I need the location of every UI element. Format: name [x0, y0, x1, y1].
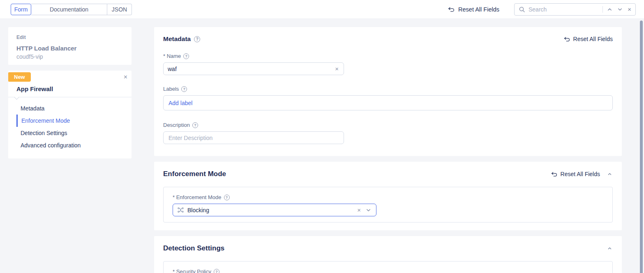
help-icon[interactable]: ?: [183, 53, 189, 59]
panel-close-button[interactable]: ×: [123, 73, 128, 81]
help-icon[interactable]: ?: [224, 195, 230, 200]
app-window: Form Documentation JSON Reset All Fields: [0, 0, 644, 273]
enforcement-section-header: Enforcement Mode Reset All Fields: [163, 170, 613, 178]
select-clear-button[interactable]: ×: [356, 207, 362, 213]
search-next-button[interactable]: [616, 6, 623, 13]
shuffle-icon: [177, 206, 184, 213]
new-badge: New: [8, 72, 31, 82]
metadata-reset-fields-button[interactable]: Reset All Fields: [563, 36, 613, 42]
enforcement-reset-fields-button[interactable]: Reset All Fields: [551, 171, 600, 177]
view-tabs: Form Documentation JSON: [11, 4, 132, 15]
metadata-section: Metadata ? Reset All Fields * Name ?: [154, 27, 622, 156]
edit-object-name: coudf5-vip: [16, 53, 123, 60]
name-field-row: * Name ? ×: [163, 53, 613, 75]
reset-all-fields-button[interactable]: Reset All Fields: [448, 6, 499, 13]
enforcement-mode-section: Enforcement Mode Reset All Fields * Enfo…: [154, 162, 622, 230]
description-input[interactable]: [163, 131, 344, 144]
name-field-label-row: * Name ?: [163, 53, 613, 59]
select-open-button[interactable]: [365, 207, 372, 213]
top-toolbar: Form Documentation JSON Reset All Fields: [0, 0, 644, 19]
sidebar-item-enforcement-mode[interactable]: Enforcement Mode: [16, 115, 132, 127]
reset-all-fields-label: Reset All Fields: [458, 6, 499, 13]
tab-form[interactable]: Form: [11, 4, 31, 15]
help-icon[interactable]: ?: [194, 36, 200, 42]
edit-kicker: Edit: [16, 34, 123, 40]
close-icon: ×: [628, 6, 631, 12]
reset-icon: [448, 6, 455, 13]
tab-documentation[interactable]: Documentation: [31, 4, 107, 15]
panel-title: App Firewall: [16, 85, 53, 92]
edit-object-type: HTTP Load Balancer: [16, 45, 123, 52]
help-icon[interactable]: ?: [181, 86, 187, 92]
search-close-button[interactable]: ×: [627, 5, 632, 13]
sidebar-item-metadata[interactable]: Metadata: [16, 102, 132, 115]
enforcement-mode-value: Blocking: [187, 207, 353, 213]
search-input[interactable]: [529, 6, 599, 13]
enforcement-collapse-button[interactable]: [607, 171, 613, 177]
detection-field-box: * Security Policy ?: [163, 261, 613, 273]
vertical-scrollbar: [638, 19, 644, 273]
tab-json[interactable]: JSON: [107, 4, 132, 15]
enforcement-mode-select[interactable]: Blocking ×: [173, 204, 376, 216]
chevron-down-icon: [617, 7, 623, 12]
labels-box: Add label: [163, 95, 613, 110]
description-field-label-row: Description ?: [163, 122, 613, 128]
labels-field-label-row: Labels ?: [163, 86, 613, 92]
enforcement-section-title: Enforcement Mode: [163, 170, 226, 178]
close-icon: ×: [335, 65, 339, 72]
section-nav: Metadata Enforcement Mode Detection Sett…: [8, 102, 132, 151]
reset-icon: [563, 36, 570, 42]
enforcement-field-label-row: * Enforcement Mode ?: [173, 194, 603, 200]
reset-fields-label: Reset All Fields: [573, 36, 613, 42]
detection-settings-section: Detection Settings * Security Policy ?: [154, 236, 622, 273]
chevron-up-icon: [607, 172, 612, 176]
search-box: ×: [514, 3, 636, 16]
reset-icon: [551, 171, 557, 177]
sidebar-item-advanced-configuration[interactable]: Advanced configuration: [16, 139, 132, 151]
search-divider: [602, 6, 603, 13]
description-field-label: Description: [163, 122, 190, 128]
chevron-up-icon: [607, 246, 612, 250]
reset-fields-label: Reset All Fields: [561, 171, 600, 177]
name-clear-button[interactable]: ×: [334, 66, 339, 72]
app-firewall-panel: New × App Firewall Metadata Enforcement …: [8, 71, 132, 158]
panel-divider: [8, 97, 132, 97]
add-label-button[interactable]: Add label: [169, 100, 192, 106]
search-prev-button[interactable]: [606, 6, 613, 13]
enforcement-field-box: * Enforcement Mode ? Blocking ×: [163, 187, 613, 223]
edit-context-card: Edit HTTP Load Balancer coudf5-vip: [8, 27, 132, 65]
name-input-wrap: ×: [163, 62, 344, 75]
detection-section-header: Detection Settings: [163, 244, 613, 252]
description-field-row: Description ?: [163, 122, 613, 144]
search-icon: [519, 6, 525, 13]
detection-section-title: Detection Settings: [163, 244, 224, 252]
sidebar-item-detection-settings[interactable]: Detection Settings: [16, 127, 132, 139]
enforcement-field-label: * Enforcement Mode: [173, 194, 222, 200]
help-icon[interactable]: ?: [214, 269, 219, 273]
security-policy-label-row: * Security Policy ?: [173, 268, 603, 273]
close-icon: ×: [357, 206, 361, 213]
chevron-down-icon: [366, 208, 371, 213]
metadata-section-header: Metadata ? Reset All Fields: [163, 35, 613, 43]
name-field-label: * Name: [163, 53, 181, 59]
chevron-up-icon: [607, 7, 612, 12]
collapse-notch-icon: [14, 94, 19, 100]
topbar-right-group: Reset All Fields ×: [448, 3, 636, 16]
metadata-section-title: Metadata: [163, 35, 191, 43]
labels-field-row: Labels ? Add label: [163, 86, 613, 110]
security-policy-field-label: * Security Policy: [173, 268, 211, 273]
close-icon: ×: [124, 74, 127, 80]
detection-collapse-button[interactable]: [607, 245, 613, 251]
labels-field-label: Labels: [163, 86, 179, 92]
name-input[interactable]: [168, 66, 334, 72]
help-icon[interactable]: ?: [192, 122, 198, 128]
scrollbar-thumb[interactable]: [640, 21, 643, 273]
